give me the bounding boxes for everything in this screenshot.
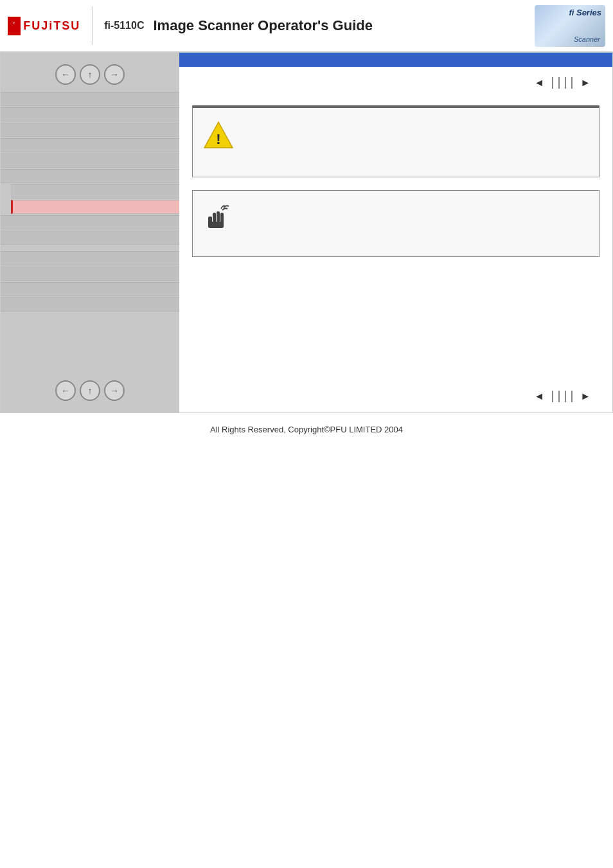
bottom-nav-separator-1 [552, 391, 553, 402]
fi-series-label: fi Series [569, 8, 601, 17]
sidebar-item[interactable] [1, 297, 179, 312]
nav-forward-button-bottom[interactable]: → [104, 380, 125, 401]
sidebar-item-selected[interactable] [11, 200, 179, 214]
sidebar-bottom-nav: ← ↑ → [1, 374, 179, 407]
sidebar-item[interactable] [1, 215, 179, 229]
content-prev-button-bottom[interactable]: ◄ [531, 389, 547, 403]
svg-text:!: ! [216, 131, 220, 147]
nav-separator-3 [565, 77, 566, 89]
content-next-button[interactable]: ► [578, 76, 593, 90]
nav-back-icon-bottom: ← [61, 385, 70, 396]
content-top-nav: ◄ ► [179, 67, 612, 99]
bottom-nav-separator-3 [565, 391, 566, 402]
nav-back-button[interactable]: ← [55, 64, 76, 85]
sidebar-item[interactable] [1, 251, 179, 265]
page-header: ° FUJiTSU fi-5110C Image Scanner Operato… [0, 0, 613, 53]
nav-forward-icon-bottom: → [110, 385, 119, 396]
nav-back-button-bottom[interactable]: ← [55, 380, 76, 401]
svg-rect-6 [208, 222, 224, 228]
sidebar-item[interactable] [1, 169, 179, 183]
content-top-bar [179, 53, 612, 67]
bottom-nav-separator-4 [571, 391, 573, 402]
sidebar-item[interactable] [1, 231, 179, 245]
nav-forward-icon: → [110, 69, 119, 80]
document-title: Image Scanner Operator's Guide [153, 17, 372, 34]
sidebar-item[interactable] [1, 282, 179, 296]
nav-separator-4 [571, 77, 573, 89]
sidebar-item[interactable] [1, 107, 179, 121]
warning-text [243, 118, 589, 144]
fi-series-banner: fi Series Scanner [535, 5, 605, 47]
fujitsu-box-icon: ° [8, 17, 21, 35]
nav-back-icon: ← [61, 69, 70, 80]
copyright-text: All Rights Reserved, Copyright©PFU LIMIT… [210, 425, 403, 434]
page-footer: All Rights Reserved, Copyright©PFU LIMIT… [0, 413, 613, 442]
sidebar-item[interactable] [1, 123, 179, 137]
content-bottom-nav: ◄ ► [179, 380, 612, 412]
nav-forward-button[interactable]: → [104, 64, 125, 85]
warning-box: ! [192, 105, 600, 177]
warning-triangle-svg: ! [203, 120, 234, 150]
fi-series-sub: Scanner [574, 35, 600, 43]
hand-icon-svg [203, 202, 231, 231]
nav-up-button[interactable]: ↑ [80, 64, 100, 85]
sidebar-item[interactable] [1, 267, 179, 281]
note-text [240, 201, 589, 227]
content-area: ◄ ► ! [179, 53, 612, 412]
note-box [192, 190, 600, 257]
fujitsu-red-text: ° [13, 21, 15, 27]
content-prev-button[interactable]: ◄ [531, 76, 547, 90]
fujitsu-logo: ° FUJiTSU [8, 6, 93, 45]
content-next-button-bottom[interactable]: ► [578, 389, 593, 403]
sidebar-top-nav: ← ↑ → [1, 58, 179, 91]
sidebar-item[interactable] [1, 92, 179, 106]
fi-series-logo: fi Series Scanner [535, 5, 605, 47]
sidebar-spacer [1, 245, 179, 251]
nav-separator-1 [552, 77, 553, 89]
sidebar: ← ↑ → ← ↑ [1, 53, 179, 412]
nav-up-icon: ↑ [88, 69, 93, 80]
warning-icon: ! [203, 120, 234, 156]
main-container: ← ↑ → ← ↑ [0, 53, 613, 413]
model-number: fi-5110C [104, 20, 144, 31]
sidebar-item[interactable] [1, 138, 179, 152]
fujitsu-brand-name: FUJiTSU [23, 19, 80, 33]
nav-up-button-bottom[interactable]: ↑ [80, 380, 100, 401]
bottom-nav-separator-2 [558, 391, 560, 402]
sidebar-item[interactable] [1, 154, 179, 168]
note-hand-icon [203, 202, 231, 236]
nav-separator-2 [558, 77, 560, 89]
sidebar-item[interactable] [11, 184, 179, 199]
nav-up-icon-bottom: ↑ [88, 385, 93, 396]
